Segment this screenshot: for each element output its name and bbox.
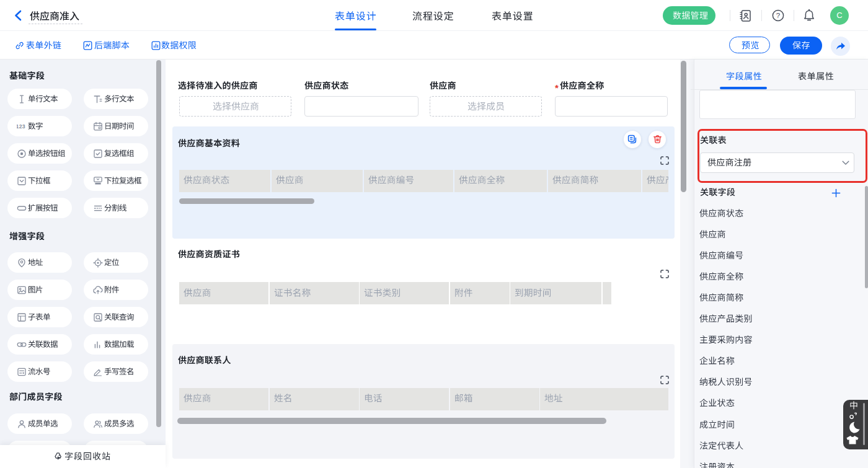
svg-text:?: ?	[776, 12, 780, 19]
svg-text:123: 123	[17, 123, 25, 130]
